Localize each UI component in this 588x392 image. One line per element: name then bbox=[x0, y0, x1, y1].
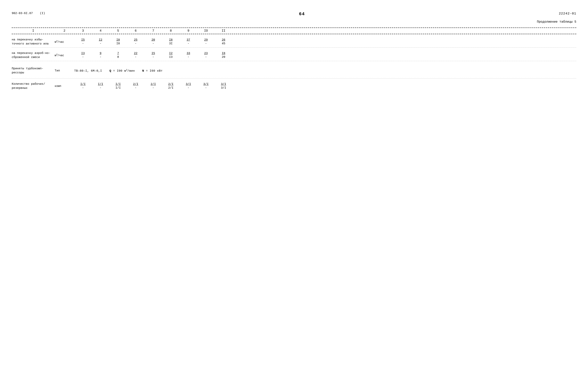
row1-col4: I2 - bbox=[92, 38, 109, 46]
subtitle: Продолжение таблицы 5 bbox=[12, 20, 576, 24]
row1-col5: I0 I8 bbox=[109, 38, 127, 46]
row2-col4: 9 - bbox=[92, 52, 109, 59]
row1-col3: I5 - bbox=[74, 38, 92, 46]
turbo-label: Приняты турбокомп-рессоры bbox=[12, 66, 55, 75]
row-quantity: Количество рабочих/резервных комп I/I - … bbox=[12, 78, 576, 92]
col-header-7: 7 bbox=[144, 29, 162, 32]
row2-col8: I2 I3 bbox=[162, 52, 180, 59]
col-header-5: 5 bbox=[109, 29, 127, 32]
row2-col3: I3 - bbox=[74, 52, 92, 59]
row-excess-sludge: на перекачку избы-точного активного ила … bbox=[12, 34, 576, 48]
row2-col6: 22 - bbox=[127, 52, 144, 59]
quantity-unit: комп bbox=[55, 84, 74, 88]
header-center: 64 bbox=[299, 12, 305, 16]
col-header-3: 3 bbox=[74, 29, 92, 32]
row1-col6: 25 - bbox=[127, 38, 144, 46]
row-turbo: Приняты турбокомп-рессоры Тип ТВ–80–I, 6… bbox=[12, 61, 576, 78]
qty-col10: 3/I - bbox=[197, 82, 215, 90]
table-section: на перекачку избы-точного активного ила … bbox=[12, 34, 576, 92]
row2-col7: I5 - bbox=[144, 52, 162, 59]
row1-col8: I8 3I bbox=[162, 38, 180, 46]
qty-col7: 2/I - bbox=[144, 82, 162, 90]
row2-col11: I8 20 bbox=[215, 52, 232, 59]
row2-col9: 33 - bbox=[180, 52, 197, 59]
qty-col3: I/I - bbox=[74, 82, 92, 90]
row2-col10: 23 - bbox=[197, 52, 215, 59]
row2-unit: м3/час bbox=[55, 54, 74, 57]
col-header-10: IO bbox=[197, 29, 215, 32]
turbo-unit: Тип bbox=[55, 69, 74, 72]
page-header: 902-03-6I.87 (I) 64 22242-01 bbox=[12, 8, 576, 18]
row1-col9: 37 - bbox=[180, 38, 197, 46]
qty-col8: 2/I 2/I bbox=[162, 82, 180, 90]
turbo-content: ТВ–80–I, 6М–0,I Q = I00 м3/мин N = I60 к… bbox=[74, 69, 576, 72]
row2-label: на перекачку аэроб-но-сброженной смеси bbox=[12, 51, 55, 59]
qty-col6: 2/I - bbox=[127, 82, 144, 90]
col-header-6: 6 bbox=[127, 29, 144, 32]
row-aerobic-mix: на перекачку аэроб-но-сброженной смеси м… bbox=[12, 48, 576, 61]
row2-col5: 7 8 bbox=[109, 52, 127, 59]
quantity-label: Количество рабочих/резервных bbox=[12, 82, 55, 90]
row1-col10: 29 - bbox=[197, 38, 215, 46]
row1-col7: 20 - bbox=[144, 38, 162, 46]
qty-col9: 3/I - bbox=[180, 82, 197, 90]
col-header-4: 4 bbox=[92, 29, 109, 32]
col-header-8: 8 bbox=[162, 29, 180, 32]
col-header-11: II bbox=[215, 29, 232, 32]
col-header-2: 2 bbox=[55, 29, 74, 32]
col-header-1: I bbox=[12, 29, 55, 32]
col-header-9: 9 bbox=[180, 29, 197, 32]
row1-label: на перекачку избы-точного активного ила bbox=[12, 38, 55, 46]
qty-col4: I/I - bbox=[92, 82, 109, 90]
row1-unit: м3/час bbox=[55, 40, 74, 44]
header-right: 22242-01 bbox=[559, 12, 576, 16]
row1-col11: 26 45 bbox=[215, 38, 232, 46]
header-left: 902-03-6I.87 (I) bbox=[12, 12, 45, 15]
qty-col11: 3/I 3/I bbox=[215, 82, 232, 90]
qty-col5: I/I I/I bbox=[109, 82, 127, 90]
column-headers: I 2 3 4 5 6 7 8 9 IO II bbox=[12, 28, 576, 34]
